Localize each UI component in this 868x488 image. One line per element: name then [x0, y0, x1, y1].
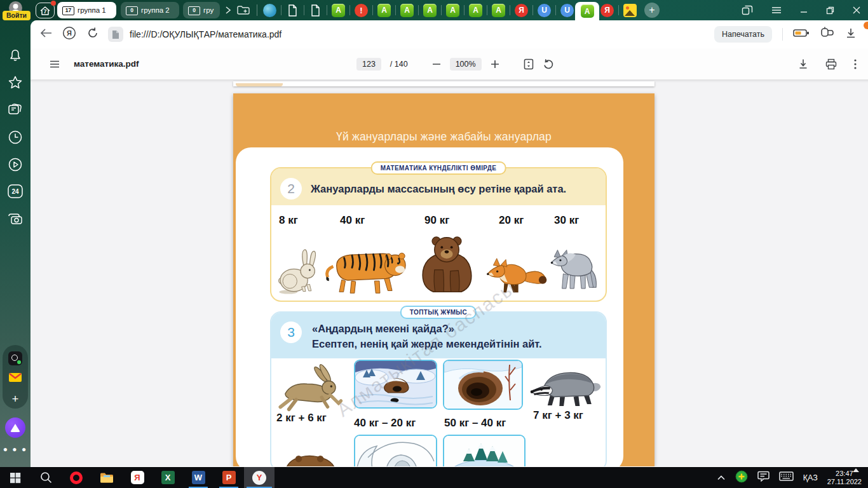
burrow-image	[443, 360, 523, 410]
tab-group-2[interactable]: 0 группа 2	[121, 2, 179, 18]
back-icon[interactable]	[39, 28, 52, 41]
url-text[interactable]: file:///D:/ОҚУЛЫҚТАР/математика.pdf	[130, 29, 281, 39]
screen: Войти 7 17 группа 1 0 группа 2 0 гру	[0, 0, 868, 488]
pdf-print-icon[interactable]	[825, 58, 837, 70]
picture-tab-icon[interactable]	[623, 4, 637, 17]
home-tab[interactable]: 7	[36, 3, 55, 18]
minimize-button[interactable]	[800, 6, 808, 14]
mail-icon[interactable]	[9, 372, 22, 385]
yandex-shield-icon[interactable]: Я	[122, 467, 153, 488]
maximize-button[interactable]	[826, 6, 834, 15]
all-tabs-icon[interactable]	[742, 5, 753, 15]
opera-icon[interactable]	[61, 467, 92, 488]
winter-hill-image	[443, 435, 526, 466]
pdf-page-controls: 123 / 140 100%	[356, 58, 554, 71]
zoom-in-icon[interactable]	[491, 60, 499, 69]
tooltip-icon[interactable]	[757, 471, 770, 484]
active-pinned-tab[interactable]: А	[575, 2, 599, 20]
battery-icon[interactable]	[793, 29, 810, 40]
zoom-out-icon[interactable]	[432, 63, 441, 65]
update-badge	[864, 22, 868, 29]
document-tab-icon[interactable]	[286, 4, 299, 17]
equation-label: 50 кг – 40 кг	[444, 417, 506, 430]
menu-icon[interactable]	[771, 6, 782, 14]
yandex-tab-icon[interactable]: Я	[600, 4, 614, 17]
word-icon[interactable]: W	[183, 467, 214, 488]
keyboard-icon[interactable]	[779, 471, 794, 484]
download-icon[interactable]	[845, 27, 857, 41]
pinned-tabs: А ! А А А А А А Я U U А Я +	[263, 0, 660, 20]
tab-overflow-chevron-icon[interactable]	[224, 0, 233, 20]
reload-icon[interactable]	[86, 27, 99, 42]
file-icon[interactable]	[108, 27, 123, 42]
pdf-toolbar: математика.pdf 123 / 140 100%	[31, 48, 868, 80]
torch-icon[interactable]	[820, 26, 835, 43]
yandex-tab-icon[interactable]: Я	[515, 4, 528, 17]
history-clock-icon[interactable]	[0, 130, 31, 145]
equation-label: 40 кг – 20 кг	[354, 417, 416, 430]
animals-row	[271, 234, 606, 301]
tray-chevron-icon[interactable]	[717, 472, 726, 484]
pdf-more-icon[interactable]	[854, 59, 857, 69]
app-tab-icon[interactable]: А	[446, 4, 459, 17]
antivirus-icon[interactable]	[735, 470, 748, 485]
bear-image	[416, 233, 477, 297]
excel-icon[interactable]: X	[153, 467, 183, 488]
start-button[interactable]	[0, 467, 31, 488]
calendar-24-icon[interactable]: 24	[0, 184, 31, 199]
u-tab-icon[interactable]: U	[560, 4, 574, 17]
notes-icon[interactable]	[0, 103, 31, 117]
app-tab-icon[interactable]: А	[400, 4, 414, 17]
video-play-icon[interactable]	[0, 157, 31, 172]
app-tab-icon[interactable]: А	[377, 4, 391, 17]
bookmarks-star-icon[interactable]	[0, 75, 31, 90]
profile-widget[interactable]: Войти	[1, 1, 33, 20]
pdf-download-icon[interactable]	[798, 58, 808, 70]
pdf-filename: математика.pdf	[74, 59, 139, 69]
notification-dot	[51, 1, 56, 6]
login-button[interactable]: Войти	[3, 11, 31, 20]
pdf-viewer[interactable]: Үй жануарлары және жабайы жануарлар МАТЕ…	[31, 80, 868, 466]
taskbar-search-button[interactable]	[31, 467, 61, 488]
yandex-circle-icon[interactable]: Я	[62, 26, 76, 43]
fox-image	[485, 248, 548, 297]
notifications-bell-icon[interactable]	[0, 49, 31, 63]
date: 27.11.2022	[827, 478, 862, 485]
u-tab-icon[interactable]: U	[538, 4, 551, 17]
globe-tab-icon[interactable]	[263, 4, 276, 17]
new-tab-button[interactable]: +	[644, 3, 660, 18]
print-quick-button[interactable]: Напечатать	[714, 26, 772, 43]
document-tab-icon[interactable]	[309, 4, 322, 17]
app-tab-icon[interactable]: А	[332, 4, 345, 17]
folder-icon: 17	[62, 6, 74, 15]
powerpoint-icon[interactable]: P	[214, 467, 244, 488]
file-explorer-icon[interactable]	[92, 467, 122, 488]
divider	[782, 28, 783, 41]
tab-group-3[interactable]: 0 гру	[183, 2, 220, 18]
app-tab-icon[interactable]: А	[469, 4, 482, 17]
tiger-image	[323, 242, 409, 297]
alice-assistant-icon[interactable]	[5, 417, 25, 438]
tab-group-1[interactable]: 17 группа 1	[57, 2, 116, 18]
pdf-menu-icon[interactable]	[50, 60, 60, 68]
yandex-browser-taskbar-icon[interactable]: Y	[244, 467, 275, 488]
add-service-icon[interactable]: +	[8, 392, 22, 406]
screenshot-camera-icon[interactable]	[0, 211, 31, 226]
weight-label: 20 кг	[499, 214, 524, 227]
rotate-icon[interactable]	[543, 58, 554, 70]
app-tab-icon[interactable]: А	[492, 4, 505, 17]
equation-label: 2 кг + 6 кг	[276, 412, 327, 424]
weight-label: 30 кг	[554, 214, 579, 227]
language-indicator[interactable]: ҚАЗ	[803, 473, 818, 482]
zoom-level[interactable]: 100%	[450, 58, 482, 71]
alert-tab-icon[interactable]: !	[355, 4, 368, 17]
dzen-icon[interactable]	[8, 351, 22, 365]
tab-label: группа 2	[141, 6, 170, 14]
page-number-input[interactable]: 123	[356, 58, 381, 71]
new-tab-group-icon[interactable]	[236, 0, 250, 20]
sidebar-more-icon[interactable]: ● ● ●	[0, 445, 31, 454]
fit-page-icon[interactable]	[524, 58, 534, 70]
close-button[interactable]	[853, 6, 860, 14]
app-tab-icon[interactable]: А	[423, 4, 437, 17]
system-tray: ҚАЗ 23:47 27.11.2022	[717, 467, 868, 488]
